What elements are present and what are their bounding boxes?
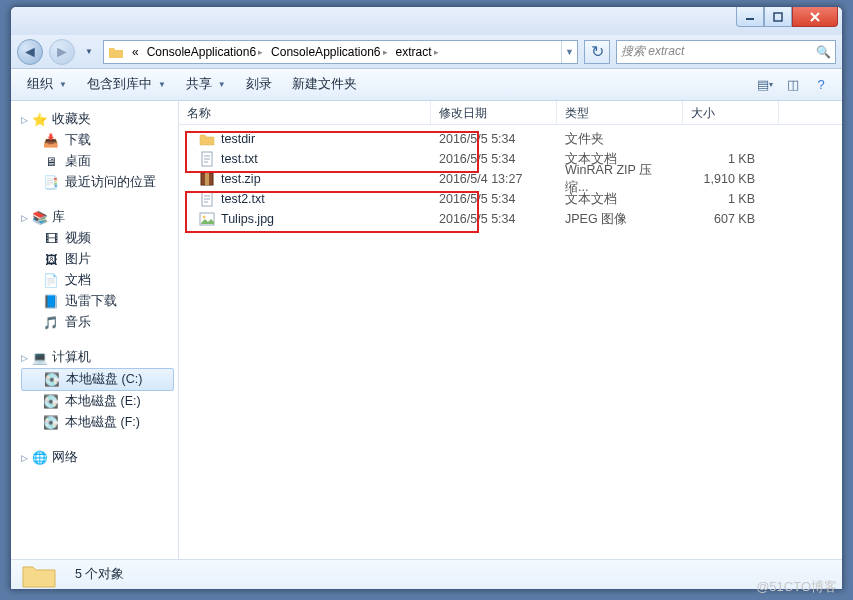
file-name: test2.txt [221, 192, 265, 206]
status-bar: 5 个对象 [11, 559, 842, 589]
nav-group-header[interactable]: ▷💻计算机 [21, 347, 174, 368]
nav-libraries: ▷📚库 🎞视频 🖼图片 📄文档 📘迅雷下载 🎵音乐 [21, 207, 174, 333]
organize-button[interactable]: 组织▼ [19, 72, 75, 97]
nav-favorites: ▷⭐收藏夹 📥下载 🖥桌面 📑最近访问的位置 [21, 109, 174, 193]
file-name: Tulips.jpg [221, 212, 274, 226]
preview-pane-button[interactable]: ◫ [780, 74, 806, 96]
computer-icon: 💻 [32, 350, 48, 366]
navigation-pane[interactable]: ▷⭐收藏夹 📥下载 🖥桌面 📑最近访问的位置 ▷📚库 🎞视频 🖼图片 📄文档 📘… [11, 101, 179, 559]
body-split: ▷⭐收藏夹 📥下载 🖥桌面 📑最近访问的位置 ▷📚库 🎞视频 🖼图片 📄文档 📘… [11, 101, 842, 559]
col-date[interactable]: 修改日期 [431, 101, 557, 124]
explorer-window: ◄ ► ▼ « ConsoleApplication6 ▸ ConsoleApp… [10, 6, 843, 590]
txt-icon [199, 191, 215, 207]
svg-point-7 [203, 216, 206, 219]
chevron-down-icon: ▼ [85, 47, 93, 56]
caret-icon: ▷ [21, 213, 28, 223]
nav-item-pictures[interactable]: 🖼图片 [21, 249, 174, 270]
arrow-left-icon: ◄ [22, 43, 38, 61]
folder-icon [108, 44, 124, 60]
file-name: test.zip [221, 172, 261, 186]
new-folder-button[interactable]: 新建文件夹 [284, 72, 365, 97]
minimize-button[interactable] [736, 7, 764, 27]
nav-item-xunlei[interactable]: 📘迅雷下载 [21, 291, 174, 312]
col-type[interactable]: 类型 [557, 101, 683, 124]
nav-item-downloads[interactable]: 📥下载 [21, 130, 174, 151]
arrow-right-icon: ► [54, 43, 70, 61]
refresh-icon: ↻ [591, 42, 604, 61]
drive-icon: 💽 [43, 415, 59, 431]
table-row[interactable]: Tulips.jpg2016/5/5 5:34JPEG 图像607 KB [179, 209, 842, 229]
address-bar[interactable]: « ConsoleApplication6 ▸ ConsoleApplicati… [103, 40, 578, 64]
view-icon: ▤ [757, 77, 769, 92]
close-button[interactable] [792, 7, 838, 27]
nav-item-videos[interactable]: 🎞视频 [21, 228, 174, 249]
svg-rect-4 [205, 173, 209, 185]
nav-group-header[interactable]: ▷📚库 [21, 207, 174, 228]
toolbar: 组织▼ 包含到库中▼ 共享▼ 刻录 新建文件夹 ▤▾ ◫ ? [11, 69, 842, 101]
table-row[interactable]: test2.txt2016/5/5 5:34文本文档1 KB [179, 189, 842, 209]
breadcrumb-prefix[interactable]: « [128, 41, 143, 63]
file-size: 607 KB [683, 212, 763, 226]
nav-network: ▷🌐网络 [21, 447, 174, 468]
nav-group-header[interactable]: ▷🌐网络 [21, 447, 174, 468]
table-row[interactable]: testdir2016/5/5 5:34文件夹 [179, 129, 842, 149]
nav-item-drive-f[interactable]: 💽本地磁盘 (F:) [21, 412, 174, 433]
file-type: JPEG 图像 [557, 211, 683, 228]
nav-item-drive-e[interactable]: 💽本地磁盘 (E:) [21, 391, 174, 412]
nav-item-desktop[interactable]: 🖥桌面 [21, 151, 174, 172]
col-size[interactable]: 大小 [683, 101, 779, 124]
file-name: testdir [221, 132, 255, 146]
nav-item-music[interactable]: 🎵音乐 [21, 312, 174, 333]
titlebar[interactable] [11, 7, 842, 35]
caret-icon: ▷ [21, 453, 28, 463]
document-icon: 📄 [43, 273, 59, 289]
breadcrumb[interactable]: ConsoleApplication6 ▸ [143, 41, 267, 63]
history-dropdown[interactable]: ▼ [81, 44, 97, 60]
address-dropdown[interactable]: ▼ [561, 41, 577, 63]
refresh-button[interactable]: ↻ [584, 40, 610, 64]
nav-item-drive-c[interactable]: 💽本地磁盘 (C:) [21, 368, 174, 391]
table-row[interactable]: test.txt2016/5/5 5:34文本文档1 KB [179, 149, 842, 169]
nav-group-header[interactable]: ▷⭐收藏夹 [21, 109, 174, 130]
file-name: test.txt [221, 152, 258, 166]
breadcrumb[interactable]: ConsoleApplication6 ▸ [267, 41, 391, 63]
minimize-icon [745, 12, 755, 22]
file-date: 2016/5/4 13:27 [431, 172, 557, 186]
drive-icon: 💽 [44, 372, 60, 388]
desktop-icon: 🖥 [43, 154, 59, 170]
breadcrumb[interactable]: extract ▸ [392, 41, 443, 63]
pane-icon: ◫ [787, 77, 799, 92]
burn-button[interactable]: 刻录 [238, 72, 280, 97]
table-row[interactable]: test.zip2016/5/4 13:27WinRAR ZIP 压缩...1,… [179, 169, 842, 189]
search-input[interactable]: 搜索 extract 🔍 [616, 40, 836, 64]
nav-item-recent[interactable]: 📑最近访问的位置 [21, 172, 174, 193]
chevron-right-icon: ▸ [383, 47, 388, 57]
forward-button[interactable]: ► [49, 39, 75, 65]
chevron-right-icon: ▸ [434, 47, 439, 57]
chevron-right-icon: ▸ [258, 47, 263, 57]
file-type: 文本文档 [557, 191, 683, 208]
back-button[interactable]: ◄ [17, 39, 43, 65]
library-icon: 📚 [32, 210, 48, 226]
maximize-button[interactable] [764, 7, 792, 27]
txt-icon [199, 151, 215, 167]
nav-computer: ▷💻计算机 💽本地磁盘 (C:) 💽本地磁盘 (E:) 💽本地磁盘 (F:) [21, 347, 174, 433]
close-icon [809, 11, 821, 23]
include-library-button[interactable]: 包含到库中▼ [79, 72, 174, 97]
chevron-down-icon: ▼ [59, 80, 67, 89]
view-mode-button[interactable]: ▤▾ [752, 74, 778, 96]
column-headers: 名称 修改日期 类型 大小 [179, 101, 842, 125]
search-icon: 🔍 [816, 45, 831, 59]
col-name[interactable]: 名称 [179, 101, 431, 124]
file-list-area[interactable]: 名称 修改日期 类型 大小 testdir2016/5/5 5:34文件夹tes… [179, 101, 842, 559]
file-size: 1 KB [683, 192, 763, 206]
file-size: 1 KB [683, 152, 763, 166]
search-placeholder: 搜索 extract [621, 43, 684, 60]
watermark: @51CTO博客 [756, 578, 837, 596]
file-date: 2016/5/5 5:34 [431, 192, 557, 206]
nav-item-documents[interactable]: 📄文档 [21, 270, 174, 291]
help-button[interactable]: ? [808, 74, 834, 96]
svg-rect-0 [746, 18, 754, 20]
img-icon [199, 211, 215, 227]
share-button[interactable]: 共享▼ [178, 72, 234, 97]
